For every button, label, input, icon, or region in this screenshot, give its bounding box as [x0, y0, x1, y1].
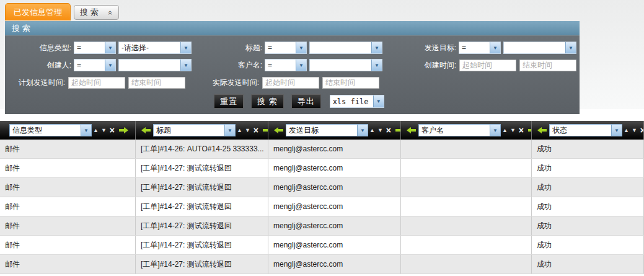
chevron-down-icon[interactable]: ▼ [371, 60, 382, 71]
sort-desc-icon[interactable]: ▼ [245, 128, 250, 133]
chevron-down-icon[interactable]: ▼ [105, 60, 115, 71]
planned-send-start-input[interactable] [68, 77, 125, 89]
msg-type-operator-select[interactable]: = ▼ [74, 42, 116, 54]
table-row[interactable]: 邮件 [工单]#14-27: 测试流转退回 menglj@astercc.com… [0, 255, 644, 274]
results-table: 信息类型 ▼ ▲ ▼ × 标题 ▼ ▲ ▼ × 发送目标 ▼ ▲ ▼ × 客户名… [0, 121, 644, 274]
cell-customer [401, 255, 532, 274]
created-time-start-input[interactable] [459, 60, 516, 71]
sort-asc-icon[interactable]: ▲ [502, 128, 508, 133]
chevron-down-icon[interactable]: ▼ [105, 42, 115, 53]
export-format-select[interactable]: xls file ▼ [330, 95, 384, 108]
chevron-down-icon[interactable]: ▼ [224, 125, 235, 136]
cell-msg-type: 邮件 [0, 236, 136, 254]
chevron-down-icon[interactable]: ▼ [81, 125, 91, 136]
column-field-select[interactable]: 信息类型 ▼ [9, 124, 92, 136]
sort-asc-icon[interactable]: ▲ [237, 128, 242, 133]
cell-send-target: menglj@astercc.com [268, 197, 401, 216]
chevron-down-icon[interactable]: ▼ [490, 42, 500, 53]
column-field-select[interactable]: 客户名 ▼ [418, 124, 501, 136]
chevron-down-icon[interactable]: ▼ [296, 42, 306, 53]
export-button[interactable]: 导出 [291, 94, 321, 109]
cell-msg-type: 邮件 [0, 197, 136, 216]
chevron-down-icon[interactable]: ▼ [371, 42, 382, 53]
reset-button[interactable]: 重置 [214, 94, 244, 109]
remove-column-icon[interactable]: × [254, 126, 258, 135]
cell-send-target: menglj@astercc.com [268, 255, 401, 274]
search-button[interactable]: 搜 索 [251, 94, 284, 109]
table-row[interactable]: 邮件 [工单]#14-27: 测试流转退回 menglj@astercc.com… [0, 159, 644, 178]
remove-column-icon[interactable]: × [519, 126, 524, 135]
column-field-select[interactable]: 发送目标 ▼ [286, 124, 368, 136]
table-row[interactable]: 邮件 [工单]#14-27: 测试流转退回 menglj@astercc.com… [0, 236, 644, 255]
creator-operator-select[interactable]: = ▼ [74, 59, 116, 71]
remove-column-icon[interactable]: × [110, 126, 115, 135]
move-column-left-icon[interactable] [141, 127, 151, 134]
chevron-down-icon[interactable]: ▼ [490, 125, 500, 136]
table-column-header: 信息类型 ▼ ▲ ▼ × [0, 121, 136, 140]
planned-send-end-input[interactable] [128, 77, 185, 89]
cell-customer [401, 197, 532, 216]
created-time-end-input[interactable] [519, 60, 576, 71]
cell-send-target: menglj@astercc.com [268, 178, 401, 197]
title-operator-select[interactable]: = ▼ [265, 42, 307, 54]
move-column-left-icon[interactable] [537, 127, 547, 134]
sort-asc-icon[interactable]: ▲ [93, 128, 99, 133]
table-row[interactable]: 邮件 [工单]#14-27: 测试流转退回 menglj@astercc.com… [0, 216, 644, 236]
column-field-select[interactable]: 标题 ▼ [153, 124, 236, 136]
tab-search-toggle[interactable]: 搜 索 « [74, 5, 119, 20]
table-row[interactable]: 邮件 [工单]#14-27: 测试流转退回 menglj@astercc.com… [0, 197, 644, 216]
tab-sent-message-management[interactable]: 已发信息管理 [5, 3, 71, 20]
sort-desc-icon[interactable]: ▼ [632, 128, 637, 133]
table-column-header: 状态 ▼ ▲ ▼ × [532, 121, 644, 140]
sort-asc-icon[interactable]: ▲ [369, 128, 375, 133]
cell-customer [401, 140, 532, 158]
collapse-chevrons-icon[interactable]: « [107, 10, 115, 14]
planned-send-time-label: 计划发送时间: [5, 78, 65, 88]
cell-customer [401, 236, 532, 254]
customer-value-select[interactable]: ▼ [309, 59, 382, 71]
cell-msg-type: 邮件 [0, 178, 136, 197]
title-value-select[interactable]: ▼ [309, 42, 382, 54]
tab-bar: 已发信息管理 搜 索 « [5, 3, 119, 20]
cell-send-target: menglj@astercc.com [268, 159, 401, 177]
chevron-down-icon[interactable]: ▼ [180, 60, 191, 71]
move-column-right-icon[interactable] [395, 127, 401, 134]
sort-asc-icon[interactable]: ▲ [624, 128, 629, 133]
actual-send-end-input[interactable] [322, 77, 379, 89]
table-row[interactable]: 邮件 [工单]#14-26: AUTO#14-25 333333... meng… [0, 140, 644, 159]
table-column-header: 发送目标 ▼ ▲ ▼ × [268, 121, 401, 140]
chevron-down-icon[interactable]: ▼ [373, 96, 384, 107]
move-column-left-icon[interactable] [274, 127, 284, 134]
msg-type-value-select[interactable]: -请选择- ▼ [118, 42, 192, 54]
remove-column-icon[interactable]: × [640, 126, 644, 135]
sort-desc-icon[interactable]: ▼ [510, 128, 516, 133]
cell-status: 成功 [532, 197, 644, 216]
send-target-value-select[interactable]: ▼ [503, 42, 576, 54]
sort-desc-icon[interactable]: ▼ [377, 128, 383, 133]
table-column-header: 客户名 ▼ ▲ ▼ × [401, 121, 532, 140]
cell-customer [401, 159, 532, 177]
chevron-down-icon[interactable]: ▼ [565, 42, 576, 53]
column-field-select[interactable]: 状态 ▼ [549, 124, 622, 136]
sort-desc-icon[interactable]: ▼ [101, 128, 107, 133]
chevron-down-icon[interactable]: ▼ [357, 125, 368, 136]
cell-status: 成功 [532, 178, 644, 197]
move-column-left-icon[interactable] [407, 127, 417, 134]
cell-status: 成功 [532, 159, 644, 177]
send-target-label: 发送目标: [408, 43, 456, 53]
move-column-right-icon[interactable] [118, 127, 128, 134]
title-label: 标题: [216, 43, 262, 53]
move-column-right-icon[interactable] [262, 127, 268, 134]
chevron-down-icon[interactable]: ▼ [180, 42, 191, 53]
chevron-down-icon[interactable]: ▼ [611, 125, 622, 136]
move-column-right-icon[interactable] [527, 127, 532, 134]
cell-send-target: menglj@astercc.com [268, 236, 401, 254]
actual-send-start-input[interactable] [262, 77, 319, 89]
send-target-operator-select[interactable]: = ▼ [459, 42, 501, 54]
created-time-label: 创建时间: [408, 60, 456, 71]
chevron-down-icon[interactable]: ▼ [296, 60, 306, 71]
remove-column-icon[interactable]: × [386, 126, 391, 135]
creator-value-select[interactable]: ▼ [118, 59, 192, 71]
customer-operator-select[interactable]: = ▼ [265, 59, 307, 71]
table-row[interactable]: 邮件 [工单]#14-27: 测试流转退回 menglj@astercc.com… [0, 178, 644, 197]
